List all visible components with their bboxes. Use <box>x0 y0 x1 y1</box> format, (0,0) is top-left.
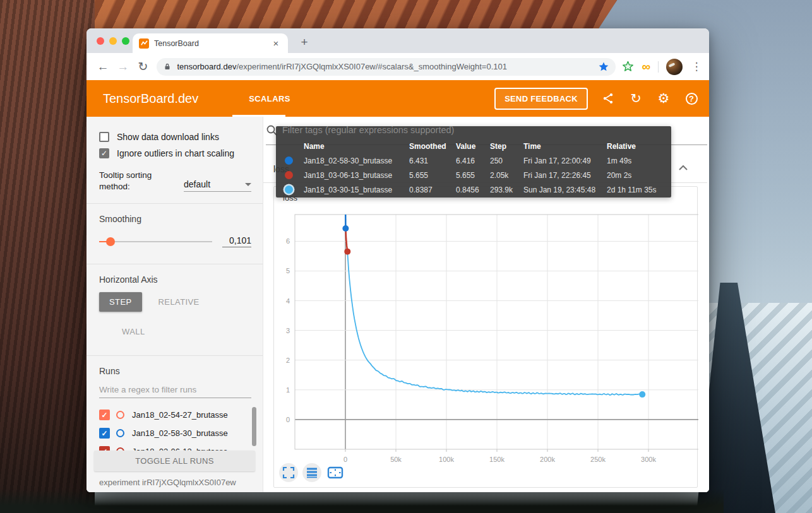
svg-text:300k: 300k <box>641 456 656 463</box>
runs-label: Runs <box>99 366 251 376</box>
tooltip-cell-smoothed: 6.431 <box>409 156 456 165</box>
close-window-button[interactable] <box>97 37 104 45</box>
axis-relative-button[interactable]: RELATIVE <box>158 297 200 307</box>
svg-text:100k: 100k <box>439 456 454 463</box>
show-download-links-checkbox[interactable] <box>99 132 109 142</box>
tooltip-run-row: Jan18_03-30-15_brutasse0.83870.8456293.9… <box>276 182 671 197</box>
extension-star-icon[interactable] <box>622 61 634 73</box>
tab-scalars[interactable]: SCALARS <box>249 94 290 103</box>
flush-y-axis-icon[interactable] <box>302 463 321 482</box>
loss-chart[interactable]: 050k100k150k200k250k300k0123456 <box>274 211 698 471</box>
tooltip-cell-relative: 1m 49s <box>607 156 671 165</box>
app-body: Show data download links ✓ Ignore outlie… <box>87 117 709 492</box>
chevron-down-icon <box>245 183 251 186</box>
smoothing-label: Smoothing <box>99 214 251 224</box>
reload-icon[interactable]: ↻ <box>133 59 153 74</box>
run-row[interactable]: ✓Jan18_02-54-27_brutasse <box>99 406 251 424</box>
expand-card-icon[interactable] <box>279 463 298 482</box>
help-icon[interactable]: ? <box>684 91 699 106</box>
tooltip-cell-value: 0.8456 <box>456 186 490 194</box>
svg-text:5: 5 <box>286 267 290 274</box>
send-feedback-button[interactable]: SEND FEEDBACK <box>494 88 588 110</box>
show-download-links-label: Show data download links <box>117 132 219 142</box>
run-color-dot <box>285 171 293 179</box>
run-name: Jan18_02-58-30_brutasse <box>132 428 228 438</box>
url-text: tensorboard.dev/experiment/irRI7jXGQlqml… <box>177 62 598 71</box>
sidebar-divider <box>87 355 263 356</box>
tooltip-cell-name: Jan18_03-06-13_brutasse <box>304 171 409 180</box>
toolbar-divider <box>658 61 659 73</box>
zoom-window-button[interactable] <box>122 37 129 45</box>
runs-filter-input[interactable]: Write a regex to filter runs <box>99 385 251 398</box>
bookmark-star-icon[interactable] <box>598 61 609 73</box>
colab-extension-icon[interactable]: ∞ <box>642 61 650 73</box>
tooltip-cell-relative: 20m 2s <box>607 171 671 180</box>
run-color-circle[interactable] <box>116 411 124 419</box>
wallpaper-cliff-left <box>0 0 95 513</box>
smoothing-value[interactable]: 0,101 <box>222 235 251 247</box>
share-icon[interactable] <box>600 91 616 106</box>
svg-text:250k: 250k <box>590 456 606 463</box>
url-path: /experiment/irRI7jXGQlqmlxXS0I07ew/#scal… <box>236 62 507 71</box>
sidebar-divider <box>87 203 263 204</box>
svg-text:6: 6 <box>286 237 290 245</box>
scalars-main: Filter tags (regular expressions support… <box>263 117 709 492</box>
tooltip-cell-time: Fri Jan 17, 22:26:45 <box>523 171 607 180</box>
tooltip-header-row: NameSmoothedValueStepTimeRelative <box>276 139 671 153</box>
tab-bar: TensorBoard × + <box>87 28 709 53</box>
profile-avatar[interactable] <box>666 59 683 75</box>
run-checkbox[interactable]: ✓ <box>99 428 110 439</box>
run-checkbox[interactable]: ✓ <box>99 410 110 420</box>
refresh-icon[interactable]: ↻ <box>628 91 643 106</box>
app-title: TensorBoard.dev <box>103 91 198 106</box>
tooltip-cell-step: 2.05k <box>490 171 523 180</box>
browser-toolbar: ← → ↻ tensorboard.dev/experiment/irRI7jX… <box>87 53 709 80</box>
fit-domain-icon[interactable] <box>326 463 345 482</box>
minimize-window-button[interactable] <box>109 37 117 45</box>
svg-text:0: 0 <box>286 416 290 423</box>
browser-menu-icon[interactable]: ⋮ <box>690 60 703 73</box>
tab-close-icon[interactable]: × <box>270 38 282 49</box>
chevron-up-icon[interactable] <box>678 165 688 171</box>
horizontal-axis-buttons: STEP RELATIVE <box>99 292 251 312</box>
run-color-circle[interactable] <box>116 429 124 437</box>
tooltip-sorting-select[interactable]: default <box>184 179 251 192</box>
axis-step-button[interactable]: STEP <box>99 292 142 312</box>
slider-thumb[interactable] <box>106 237 115 246</box>
forward-icon[interactable]: → <box>113 60 133 74</box>
tooltip-cell-name: Jan18_02-58-30_brutasse <box>304 156 409 165</box>
show-download-links-row[interactable]: Show data download links <box>99 132 251 142</box>
browser-tab[interactable]: TensorBoard × <box>133 33 288 53</box>
tooltip-cell-step: 250 <box>490 156 523 165</box>
svg-text:200k: 200k <box>540 456 555 463</box>
wallpaper-bottom-shadow <box>0 489 724 513</box>
smoothing-slider-row: 0,101 <box>99 235 251 247</box>
tensorboard-header: TensorBoard.dev SCALARS SEND FEEDBACK ↻ … <box>87 80 709 117</box>
run-row[interactable]: ✓Jan18_02-58-30_brutasse <box>99 424 251 442</box>
back-icon[interactable]: ← <box>93 60 113 74</box>
sidebar-divider <box>87 264 263 264</box>
ignore-outliers-row[interactable]: ✓ Ignore outliers in chart scaling <box>99 148 251 158</box>
tooltip-sorting-label: Tooltip sorting method: <box>99 170 169 192</box>
runs-scrollbar[interactable] <box>252 407 256 446</box>
svg-text:4: 4 <box>286 297 290 305</box>
run-color-dot <box>285 156 293 165</box>
filter-tags-input[interactable]: Filter tags (regular expressions support… <box>282 125 454 135</box>
tensorboard-favicon-icon <box>139 38 149 49</box>
tooltip-sorting-value: default <box>184 179 245 189</box>
address-bar[interactable]: tensorboard.dev/experiment/irRI7jXGQlqml… <box>157 58 616 76</box>
svg-text:2: 2 <box>286 357 290 364</box>
smoothing-slider[interactable] <box>99 237 212 246</box>
svg-text:1: 1 <box>286 386 290 394</box>
ignore-outliers-checkbox[interactable]: ✓ <box>99 148 109 158</box>
tooltip-cell-time: Sun Jan 19, 23:45:48 <box>523 186 607 194</box>
extensions-area: ∞ ⋮ <box>622 59 703 75</box>
tooltip-cell-value: 6.416 <box>456 156 490 165</box>
chart-hover-tooltip: NameSmoothedValueStepTimeRelativeJan18_0… <box>276 126 671 198</box>
new-tab-button[interactable]: + <box>296 35 313 49</box>
run-name: Jan18_02-54-27_brutasse <box>132 410 228 420</box>
axis-wall-button[interactable]: WALL <box>122 327 251 336</box>
settings-gear-icon[interactable]: ⚙ <box>656 91 671 106</box>
toggle-all-runs-button[interactable]: TOGGLE ALL RUNS <box>94 451 255 471</box>
tooltip-sorting-row: Tooltip sorting method: default <box>99 170 251 192</box>
